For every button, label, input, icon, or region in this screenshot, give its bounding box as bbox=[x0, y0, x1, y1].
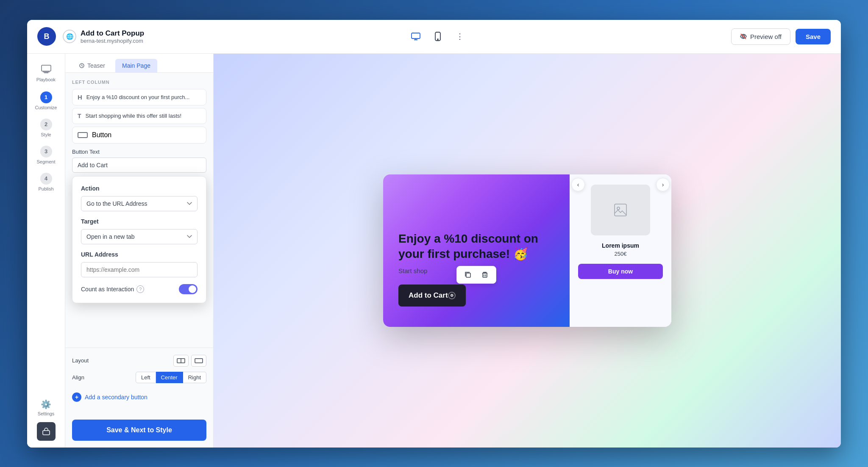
desktop-btn[interactable] bbox=[407, 28, 424, 45]
target-select[interactable]: Open in a new tab Same tab bbox=[81, 229, 198, 244]
settings-dot: ⚙ bbox=[448, 292, 456, 299]
app-container: B 🌐 Add to Cart Popup berna-test.myshopi… bbox=[27, 20, 841, 448]
left-column-label: LEFT COLUMN bbox=[72, 80, 206, 85]
site-info: 🌐 Add to Cart Popup berna-test.myshopify… bbox=[63, 29, 144, 44]
layout-buttons bbox=[173, 355, 206, 367]
layout-section: Layout bbox=[65, 348, 213, 413]
playbook-icon bbox=[41, 65, 51, 75]
help-icon[interactable]: ? bbox=[136, 285, 144, 293]
subtext-item[interactable]: T Start shopping while this offer still … bbox=[72, 108, 206, 124]
svg-point-14 bbox=[617, 207, 620, 210]
settings-label: Settings bbox=[38, 411, 55, 416]
plus-icon: + bbox=[72, 392, 81, 402]
product-price: 250€ bbox=[615, 251, 627, 257]
settings-icon: ⚙️ bbox=[41, 399, 51, 409]
main-layout: Playbook 1 Customize 2 Style 3 Segment 4… bbox=[27, 54, 841, 448]
carousel-prev-btn[interactable]: ‹ bbox=[571, 178, 585, 191]
device-switcher: ⋮ bbox=[151, 28, 724, 45]
tab-teaser[interactable]: Teaser bbox=[72, 59, 112, 72]
carousel-next-btn[interactable]: › bbox=[656, 178, 670, 191]
button-icon bbox=[78, 132, 88, 138]
save-button[interactable]: Save bbox=[796, 29, 831, 44]
buy-now-btn[interactable]: Buy now bbox=[578, 264, 663, 279]
layout-label: Layout bbox=[72, 357, 89, 364]
product-image bbox=[591, 185, 650, 235]
layout-single-btn[interactable] bbox=[173, 355, 189, 367]
svg-rect-10 bbox=[195, 359, 203, 363]
add-to-cart-label: Add to Cart bbox=[409, 291, 448, 300]
url-label: URL Address bbox=[81, 251, 198, 258]
svg-rect-11 bbox=[466, 273, 470, 277]
align-row: Align Left Center Right bbox=[72, 372, 206, 383]
step-3-circle: 3 bbox=[40, 146, 52, 158]
heading-text: Enjoy a %10 discount on your first purch… bbox=[86, 94, 201, 100]
align-label: Align bbox=[72, 374, 84, 381]
domain: berna-test.myshopify.com bbox=[81, 38, 144, 44]
popup-modal: × Enjoy a %10 discount on your first pur… bbox=[383, 174, 671, 327]
product-name: Lorem ipsum bbox=[602, 242, 639, 249]
text-icon: T bbox=[78, 113, 81, 119]
nav-step-segment[interactable]: 3 Segment bbox=[30, 142, 62, 168]
step-3-label: Segment bbox=[36, 159, 55, 164]
popup-heading: Enjoy a %10 discount on your first purch… bbox=[398, 231, 554, 262]
globe-icon: 🌐 bbox=[63, 30, 76, 43]
popup-title: Add to Cart Popup bbox=[81, 29, 144, 38]
step-2-circle: 2 bbox=[40, 119, 52, 130]
svg-rect-0 bbox=[412, 33, 420, 39]
add-secondary-btn[interactable]: + Add a secondary button bbox=[72, 388, 206, 406]
layout-full-btn[interactable] bbox=[191, 355, 206, 367]
tab-main-page[interactable]: Main Page bbox=[115, 59, 157, 72]
delete-toolbar-btn[interactable] bbox=[479, 269, 491, 281]
step-1-circle: 1 bbox=[40, 91, 52, 103]
url-input[interactable] bbox=[81, 262, 198, 277]
button-item[interactable]: Button bbox=[72, 127, 206, 144]
nav-playbook[interactable]: Playbook bbox=[30, 61, 62, 86]
popup-add-to-cart-btn[interactable]: Add to Cart ⚙ bbox=[398, 285, 466, 307]
left-panel: Teaser Main Page LEFT COLUMN H Enjoy a %… bbox=[65, 54, 214, 448]
count-toggle[interactable] bbox=[179, 284, 198, 294]
button-label: Button bbox=[92, 131, 111, 139]
step-4-circle: 4 bbox=[40, 173, 52, 185]
heading-item[interactable]: H Enjoy a %10 discount on your first pur… bbox=[72, 89, 206, 105]
nav-avatar[interactable] bbox=[37, 422, 56, 441]
popup-right: ‹ › Lorem ipsum 250€ Buy now bbox=[570, 174, 671, 327]
svg-rect-6 bbox=[43, 431, 50, 435]
svg-rect-5 bbox=[42, 65, 51, 71]
nav-settings[interactable]: ⚙️ Settings bbox=[30, 395, 62, 420]
align-right-btn[interactable]: Right bbox=[183, 372, 206, 383]
button-text-label: Button Text bbox=[72, 149, 206, 155]
step-1-label: Customize bbox=[35, 105, 57, 110]
duplicate-toolbar-btn[interactable] bbox=[462, 269, 474, 281]
nav-step-publish[interactable]: 4 Publish bbox=[30, 169, 62, 195]
nav-step-style[interactable]: 2 Style bbox=[30, 115, 62, 141]
action-popup: Action Go to the URL Address No Action C… bbox=[72, 176, 206, 303]
floating-toolbar bbox=[456, 266, 496, 284]
align-buttons: Left Center Right bbox=[136, 372, 206, 383]
popup-left: Enjoy a %10 discount on your first purch… bbox=[383, 174, 570, 327]
save-next-button[interactable]: Save & Next to Style bbox=[72, 420, 206, 441]
preview-area: × Enjoy a %10 discount on your first pur… bbox=[214, 54, 841, 448]
preview-btn[interactable]: Preview off bbox=[731, 28, 790, 45]
add-to-cart-wrapper: Add to Cart ⚙ bbox=[398, 285, 554, 307]
action-title: Action bbox=[81, 185, 198, 192]
step-4-label: Publish bbox=[38, 186, 53, 191]
mobile-btn[interactable] bbox=[429, 28, 446, 45]
layout-row: Layout bbox=[72, 355, 206, 367]
target-title: Target bbox=[81, 218, 198, 225]
action-select[interactable]: Go to the URL Address No Action Close Po… bbox=[81, 196, 198, 211]
subtext-text: Start shopping while this offer still la… bbox=[86, 113, 201, 119]
align-left-btn[interactable]: Left bbox=[136, 372, 156, 383]
playbook-label: Playbook bbox=[36, 77, 56, 82]
svg-rect-13 bbox=[615, 204, 626, 216]
step-2-label: Style bbox=[41, 132, 51, 137]
button-text-input[interactable] bbox=[72, 158, 206, 173]
panel-content: LEFT COLUMN H Enjoy a %10 discount on yo… bbox=[65, 73, 213, 348]
count-interaction-row: Count as Interaction ? bbox=[81, 284, 198, 294]
align-center-btn[interactable]: Center bbox=[156, 372, 183, 383]
tabs-row: Teaser Main Page bbox=[65, 54, 213, 73]
nav-step-customize[interactable]: 1 Customize bbox=[30, 88, 62, 113]
svg-point-2 bbox=[437, 39, 438, 40]
svg-rect-1 bbox=[435, 32, 440, 41]
more-options-btn[interactable]: ⋮ bbox=[451, 28, 468, 45]
heading-icon: H bbox=[78, 94, 82, 101]
